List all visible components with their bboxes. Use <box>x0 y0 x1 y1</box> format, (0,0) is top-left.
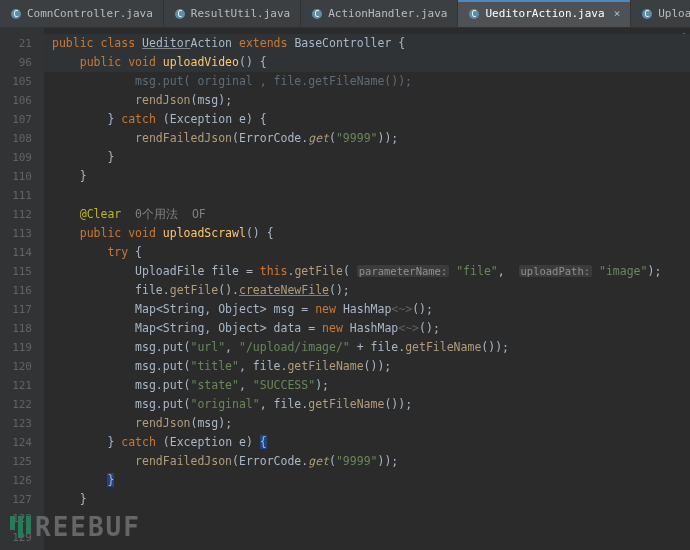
sticky-class-line: public class UeditorAction extends BaseC… <box>44 34 690 53</box>
code-line: @Clear 0个用法 OF <box>44 205 690 224</box>
class-icon: C <box>311 8 323 20</box>
svg-text:C: C <box>177 10 182 19</box>
line-gutter: 21 96 105 106 107 108 109 110 111 112 11… <box>0 28 44 550</box>
svg-text:C: C <box>645 10 650 19</box>
tab-uploadfile[interactable]: C UploadFile.class <box>631 0 690 27</box>
code-line: rendJson(msg); <box>44 91 690 110</box>
code-line: Map<String, Object> data = new HashMap<~… <box>44 319 690 338</box>
code-line: UploadFile file = this.getFile( paramete… <box>44 262 690 281</box>
tab-label: UploadFile.class <box>658 7 690 20</box>
code-line: file.getFile().createNewFile(); <box>44 281 690 300</box>
tab-resultutil[interactable]: C ResultUtil.java <box>164 0 301 27</box>
svg-text:C: C <box>472 10 477 19</box>
code-line: rendFailedJson(ErrorCode.get("9999")); <box>44 452 690 471</box>
code-line: msg.put( original , file.getFileName()); <box>44 72 690 91</box>
code-line: rendJson(msg); <box>44 414 690 433</box>
class-icon: C <box>10 8 22 20</box>
code-line: } <box>44 148 690 167</box>
code-line: } <box>44 490 690 509</box>
code-line: msg.put("original", file.getFileName()); <box>44 395 690 414</box>
watermark-bars-icon <box>10 516 31 538</box>
class-icon: C <box>174 8 186 20</box>
tab-comncontroller[interactable]: C ComnController.java <box>0 0 164 27</box>
code-line: msg.put("state", "SUCCESS"); <box>44 376 690 395</box>
code-line: msg.put("url", "/upload/image/" + file.g… <box>44 338 690 357</box>
tab-label: ResultUtil.java <box>191 7 290 20</box>
code-line: rendFailedJson(ErrorCode.get("9999")); <box>44 129 690 148</box>
close-icon[interactable]: × <box>614 7 621 20</box>
code-line: } <box>44 167 690 186</box>
tab-actionhandler[interactable]: C ActionHandler.java <box>301 0 458 27</box>
svg-text:C: C <box>14 10 19 19</box>
tab-label: UeditorAction.java <box>485 7 604 20</box>
code-editor[interactable]: 21 96 105 106 107 108 109 110 111 112 11… <box>0 28 690 550</box>
tab-label: ComnController.java <box>27 7 153 20</box>
class-icon: C <box>468 8 480 20</box>
sticky-method-line: public void uploadVideo() { <box>44 53 690 72</box>
code-line <box>44 186 690 205</box>
code-line: } catch (Exception e) { <box>44 110 690 129</box>
class-icon: C <box>641 8 653 20</box>
code-line: try { <box>44 243 690 262</box>
svg-text:C: C <box>315 10 320 19</box>
editor-tabs: C ComnController.java C ResultUtil.java … <box>0 0 690 28</box>
tab-ueditoraction[interactable]: C UeditorAction.java × <box>458 0 631 27</box>
code-line: } catch (Exception e) { <box>44 433 690 452</box>
code-line: Map<String, Object> msg = new HashMap<~>… <box>44 300 690 319</box>
tab-label: ActionHandler.java <box>328 7 447 20</box>
code-line: public void uploadScrawl() { <box>44 224 690 243</box>
code-line: msg.put("title", file.getFileName()); <box>44 357 690 376</box>
code-line: } <box>44 471 690 490</box>
watermark: REEBUF <box>10 512 141 542</box>
code-area[interactable]: public class UeditorAction extends BaseC… <box>44 28 690 550</box>
